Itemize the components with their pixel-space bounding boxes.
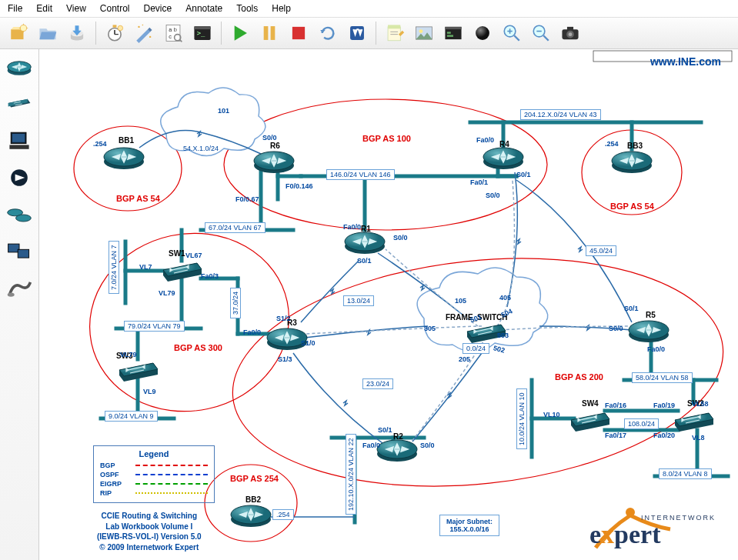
svg-point-37 (476, 26, 489, 40)
device-r4[interactable] (483, 148, 523, 169)
device-r1[interactable] (345, 232, 385, 254)
menu-bar: File Edit View Control Device Annotate T… (0, 0, 738, 18)
virtualbox-button[interactable] (345, 21, 369, 45)
reload-button[interactable] (316, 21, 340, 45)
timer-button[interactable] (102, 21, 127, 45)
legend-ospf: OSPF (100, 471, 131, 478)
svg-text:b: b (174, 26, 177, 33)
title-l4: © 2009 Internetwork Expert (97, 542, 202, 553)
if-fr-105: 105 (455, 297, 466, 305)
palette-pc-icon[interactable] (5, 129, 34, 152)
svg-point-59 (16, 215, 32, 222)
menu-tools[interactable]: Tools (236, 3, 258, 14)
device-sw2[interactable] (675, 413, 713, 432)
open-button[interactable] (35, 21, 60, 45)
console-button[interactable]: >_ (190, 21, 215, 45)
if-r3-s12: S1/2 (276, 315, 291, 322)
device-bb3[interactable] (612, 152, 652, 173)
if-r3-s10: S1/0 (301, 339, 316, 347)
net-fr: 0.0/24 (463, 343, 489, 354)
svg-rect-9 (113, 25, 117, 27)
new-topology-button[interactable] (6, 21, 31, 45)
addr-bb3: .254 (605, 140, 619, 148)
as54-right-label: BGP AS 54 (610, 202, 654, 211)
title-block: CCIE Routing & Switching Lab Workbook Vo… (97, 511, 202, 552)
as100-label: BGP AS 100 (362, 134, 411, 143)
svg-rect-28 (388, 25, 400, 28)
label-r4: R4 (499, 140, 509, 148)
image-button[interactable] (412, 21, 436, 45)
screenshot-button[interactable] (558, 21, 583, 45)
title-l2: Lab Workbook Volume I (97, 522, 202, 532)
svg-rect-26 (350, 26, 364, 40)
palette-end-device-icon[interactable] (5, 166, 34, 189)
menu-device[interactable]: Device (144, 3, 172, 14)
menu-help[interactable]: Help (272, 3, 291, 14)
label-bb1: BB1 (119, 136, 134, 145)
stop-button[interactable] (286, 21, 311, 45)
menu-annotate[interactable]: Annotate (185, 3, 222, 14)
script-button[interactable]: abc (161, 21, 185, 45)
palette-link-tool-icon[interactable] (5, 277, 34, 300)
if-r2-s00: S0/0 (420, 442, 435, 449)
device-r5[interactable] (629, 321, 669, 342)
if-r4-s01: S0/1 (516, 171, 531, 178)
svg-rect-25 (292, 27, 305, 39)
if-r5-fa00: Fa0/0 (647, 345, 665, 353)
sphere-button[interactable] (470, 21, 495, 45)
menu-control[interactable]: Control (100, 3, 130, 14)
wizard-button[interactable] (132, 21, 156, 45)
export-button[interactable] (65, 21, 89, 45)
svg-rect-34 (445, 27, 461, 29)
svg-rect-61 (18, 249, 28, 258)
if-fr-405: 405 (499, 294, 511, 302)
svg-line-39 (514, 35, 519, 41)
panel-button[interactable] (441, 21, 466, 45)
if-sw3-vl79: VL79 (120, 351, 137, 358)
net-vlan43: 204.12.X.0/24 VLAN 43 (520, 109, 601, 120)
as254-label: BGP AS 254 (230, 474, 279, 483)
zoom-in-button[interactable] (499, 21, 524, 45)
net-vlan10: 10.0/24 VLAN 10 (516, 388, 527, 449)
if-sw4-vl10: VL10 (543, 411, 560, 418)
menu-view[interactable]: View (66, 3, 86, 14)
svg-rect-56 (9, 145, 28, 148)
net-cloud: 54.X.1.0/24 (180, 144, 222, 153)
play-button[interactable] (228, 21, 252, 45)
cloud-id: 101 (218, 107, 229, 115)
if-sw4-fa017: Fa0/17 (605, 432, 626, 439)
palette-node-group-icon[interactable] (5, 203, 34, 226)
device-r2[interactable] (377, 440, 417, 462)
title-l3: (IEWB-RS-VOL-I) Version 5.0 (97, 532, 202, 542)
device-bb1[interactable] (104, 148, 144, 169)
device-bb2[interactable] (231, 505, 271, 527)
net-vlan8: 8.0/24 VLAN 8 (659, 468, 712, 479)
device-r6[interactable] (254, 152, 294, 173)
net-108: 108.0/24 (624, 418, 659, 429)
if-r2-fa00: Fa0/0 (362, 442, 380, 449)
if-r5-s00: S0/0 (609, 325, 623, 332)
if-r3-fa00: Fa0/0 (243, 328, 261, 336)
legend-bgp: BGP (100, 462, 131, 469)
topology-canvas[interactable]: www.INE.com BGP AS 54 BGP AS 100 BGP AS … (39, 49, 738, 560)
notes-button[interactable] (382, 21, 407, 45)
menu-file[interactable]: File (8, 3, 22, 14)
legend-title: Legend (100, 449, 208, 458)
title-l1: CCIE Routing & Switching (97, 511, 202, 522)
net-23: 23.0/24 (362, 378, 393, 389)
if-r3-s13: S1/3 (278, 355, 292, 363)
palette-router-icon[interactable] (5, 55, 34, 78)
zoom-out-button[interactable] (529, 21, 553, 45)
legend-eigrp: EIGRP (100, 480, 131, 488)
as200-label: BGP AS 200 (555, 372, 603, 382)
palette-pc-group-icon[interactable] (5, 240, 34, 263)
menu-edit[interactable]: Edit (36, 3, 52, 14)
palette-switch-icon[interactable] (5, 92, 34, 115)
svg-point-12 (149, 36, 151, 38)
svg-rect-35 (447, 32, 451, 33)
svg-line-43 (543, 35, 549, 41)
svg-rect-24 (271, 26, 275, 40)
pause-button[interactable] (257, 21, 282, 45)
label-r1: R1 (361, 225, 371, 233)
net-vlan79: 79.0/24 VLAN 79 (124, 321, 185, 332)
